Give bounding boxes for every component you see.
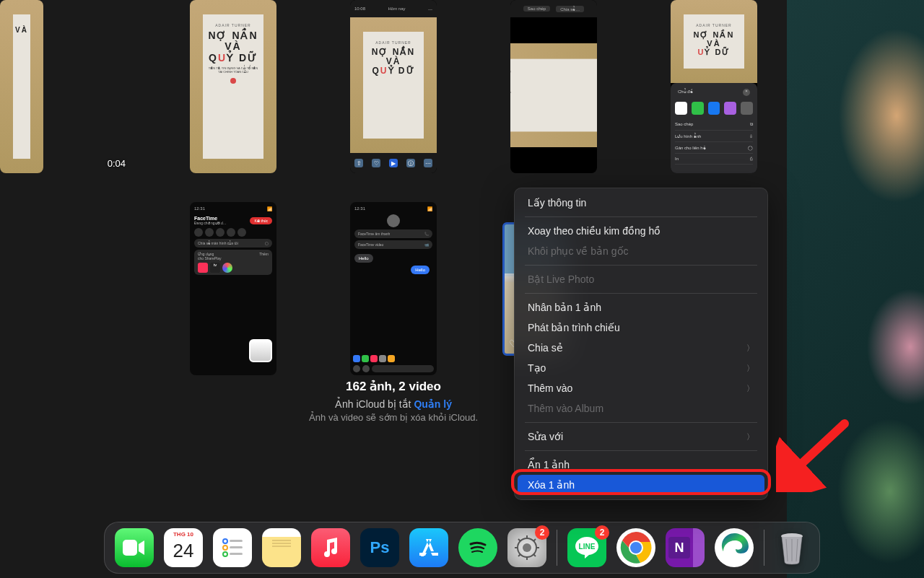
svg-rect-5 xyxy=(230,546,243,548)
dock-photoshop[interactable]: Ps xyxy=(360,528,399,567)
svg-point-4 xyxy=(223,546,227,550)
ctx-rotate[interactable]: Xoay theo chiều kim đồng hồ xyxy=(515,221,767,241)
dock-onenote[interactable]: N xyxy=(666,528,705,567)
svg-line-17 xyxy=(518,539,520,541)
svg-text:LINE: LINE xyxy=(579,543,596,551)
chevron-right-icon: 〉 xyxy=(746,383,754,394)
svg-rect-1 xyxy=(123,540,137,556)
ctx-revert: Khôi phục về bản gốc xyxy=(515,241,767,261)
ctx-add-album: Thêm vào Album xyxy=(515,398,767,419)
context-menu: Lấy thông tin Xoay theo chiều kim đồng h… xyxy=(514,188,768,500)
photo-thumb[interactable]: VÀ 0:04 xyxy=(14,0,131,173)
svg-rect-7 xyxy=(230,553,243,555)
svg-line-19 xyxy=(518,554,520,556)
dock-calendar[interactable]: THG 10 24 xyxy=(164,528,203,567)
dock-spotify[interactable] xyxy=(458,528,497,567)
dock-chrome[interactable] xyxy=(616,528,655,567)
memoji-preview xyxy=(249,339,272,362)
desktop-wallpaper xyxy=(787,0,924,578)
photo-thumb[interactable]: 10:08Hôm nay⋯ ADAIR TURNER NỢ NẦNVÀQUỶ D… xyxy=(335,0,452,173)
ctx-add-to[interactable]: Thêm vào〉 xyxy=(515,378,767,398)
photo-thumb[interactable]: 12:31📶 FaceTime âm thanh📞 FaceTime video… xyxy=(335,202,452,375)
photo-thumb[interactable]: ADAIR TURNER NỢ NẦNVÀQUỶ DỮ TIỀN TỆ, TÍN… xyxy=(175,0,292,173)
ctx-live-photo: Bật Live Photo xyxy=(515,269,767,289)
video-duration: 0:04 xyxy=(108,158,126,169)
chevron-right-icon: 〉 xyxy=(746,432,754,442)
photo-thumb[interactable]: ADAIR TURNER NỢ NẦNVÀUỶ DỮ Chủ đề× Sao c… xyxy=(655,0,772,173)
photo-thumb[interactable]: 12:31📶 FaceTimeĐang chờ người d… Kết thú… xyxy=(175,202,292,375)
ctx-share[interactable]: Chia sẻ〉 xyxy=(515,338,767,358)
ctx-edit-with[interactable]: Sửa với〉 xyxy=(515,426,767,447)
chevron-right-icon: 〉 xyxy=(746,343,754,354)
ctx-delete[interactable]: Xóa 1 ảnh xyxy=(518,475,764,495)
svg-line-20 xyxy=(533,539,536,541)
dock-appstore[interactable] xyxy=(409,528,448,567)
dock: THG 10 24 Ps 2 LINE 2 N xyxy=(104,522,820,574)
dock-music[interactable] xyxy=(311,528,350,567)
svg-point-2 xyxy=(223,539,227,543)
svg-point-6 xyxy=(223,552,227,556)
dock-trash[interactable] xyxy=(775,529,809,566)
dock-reminders[interactable] xyxy=(213,528,252,567)
ctx-duplicate[interactable]: Nhân bản 1 ảnh xyxy=(515,297,767,318)
svg-point-12 xyxy=(523,543,531,552)
dock-notes[interactable] xyxy=(262,528,301,567)
svg-line-18 xyxy=(533,554,536,556)
badge: 2 xyxy=(535,525,549,540)
manage-link[interactable]: Quản lý xyxy=(414,398,452,410)
dock-separator xyxy=(557,530,557,566)
ctx-hide[interactable]: Ẩn 1 ảnh xyxy=(515,455,767,475)
svg-point-24 xyxy=(630,542,642,553)
photo-thumb[interactable]: Sao chépChia sẻ… NỢ NẦN VÀ UỶ DỮ xyxy=(495,0,612,173)
ctx-create[interactable]: Tạo〉 xyxy=(515,358,767,378)
badge: 2 xyxy=(595,525,609,540)
ctx-slideshow[interactable]: Phát bản trình chiếu xyxy=(515,318,767,338)
ctx-get-info[interactable]: Lấy thông tin xyxy=(515,193,767,213)
dock-line[interactable]: LINE 2 xyxy=(567,528,606,567)
dock-separator xyxy=(764,530,764,566)
dock-facetime[interactable] xyxy=(115,528,154,567)
chevron-right-icon: 〉 xyxy=(746,363,754,374)
svg-rect-3 xyxy=(230,540,243,542)
dock-edge[interactable] xyxy=(715,528,754,567)
dock-settings[interactable]: 2 xyxy=(507,528,546,567)
